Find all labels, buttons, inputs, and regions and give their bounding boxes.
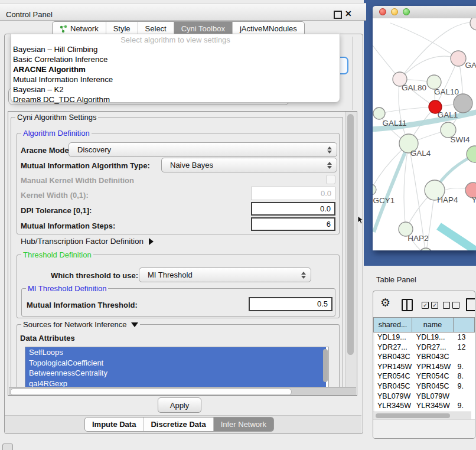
document-icon[interactable] (466, 298, 475, 311)
column-layout-icon[interactable] (402, 299, 413, 311)
scrollbar-thumb[interactable] (10, 389, 292, 395)
network-node[interactable] (470, 18, 476, 30)
algorithm-option[interactable]: Bayesian – K2 (11, 84, 340, 94)
node-label: SWI4 (450, 135, 470, 144)
apply-button[interactable]: Apply (158, 397, 201, 413)
table-cell: YBL079W (374, 392, 413, 402)
table-row[interactable]: YER054CYER054C8. (374, 372, 475, 382)
hub-definition-expander[interactable]: Hub/Transcription Factor Definition (21, 237, 154, 246)
vertical-scrollbar[interactable] (345, 112, 356, 387)
scrollbar-thumb[interactable] (323, 349, 328, 382)
which-threshold-label: Which threshold to use: (51, 271, 138, 280)
tab-label: jActiveMNodules (240, 24, 297, 33)
close-traffic-light-icon[interactable] (379, 8, 386, 15)
table-row[interactable]: YLR345WYLR345W9. (374, 402, 475, 412)
table-row[interactable]: YBR045CYBR045C9. (374, 382, 475, 392)
network-graph[interactable]: GALGAL80GAL10GAL1GAL11SWI4GAL4GCY1HAP4YH… (373, 18, 476, 250)
table-cell: YER054C (413, 372, 455, 382)
tab-impute-data[interactable]: Impute Data (85, 418, 144, 431)
column-header-name[interactable]: name (412, 317, 454, 332)
network-canvas[interactable]: GALGAL80GAL10GAL1GAL11SWI4GAL4GCY1HAP4YH… (373, 18, 476, 250)
network-node[interactable] (454, 94, 472, 113)
node-label: GAL4 (410, 149, 431, 158)
table-row[interactable]: YDR27...YDR27...12 (374, 343, 475, 353)
table-cell: 13 (455, 333, 475, 343)
unchecked-box-icon (452, 302, 459, 309)
close-icon[interactable]: ✕ (345, 9, 352, 18)
scrollbar-thumb[interactable] (347, 114, 354, 355)
network-node[interactable] (419, 248, 432, 250)
tab-infer-network[interactable]: Infer Network (214, 418, 273, 431)
mi-threshold-field[interactable]: 0.5 (249, 297, 332, 311)
table-cell: YLR345W (413, 402, 455, 412)
apply-button-label: Apply (170, 401, 190, 410)
network-node[interactable] (451, 51, 466, 66)
network-node[interactable] (373, 107, 385, 119)
table-horizontal-scrollbar[interactable] (373, 412, 471, 420)
chevron-down-icon[interactable] (131, 322, 138, 327)
table-row[interactable]: YDL19...YDL19...13 (374, 333, 475, 343)
column-header-shared-name[interactable]: shared... (373, 317, 412, 332)
algorithm-option[interactable]: Mutual Information Inference (11, 74, 340, 84)
algorithm-option[interactable]: Dream8 DC_TDC Algorithm (11, 94, 340, 105)
table-cell: YER054C (374, 372, 413, 382)
horizontal-scrollbar[interactable] (9, 387, 356, 395)
algorithm-option[interactable]: ARACNE Algorithm (11, 64, 340, 74)
algorithm-option[interactable]: Bayesian – Hill Climbing (11, 44, 340, 54)
tab-label: Cyni Toolbox (181, 24, 225, 33)
mi-algorithm-type-combo[interactable]: Naive Bayes (161, 158, 337, 172)
table-cell: YDL19... (413, 333, 455, 343)
network-window-titlebar[interactable] (373, 6, 476, 19)
data-attribute-item[interactable]: BetweennessCentrality (25, 368, 326, 379)
node-label: HAP4 (437, 195, 458, 204)
which-threshold-combo[interactable]: MI Threshold (139, 268, 311, 282)
data-attribute-item[interactable]: SelfLoops (25, 347, 326, 358)
deselect-all-checkboxes-icon[interactable] (443, 302, 459, 309)
manual-kernel-width-checkbox[interactable] (326, 175, 335, 184)
table-panel-title: Table Panel (376, 275, 416, 284)
data-attribute-item[interactable]: TopologicalCoefficient (25, 358, 326, 369)
table-row[interactable]: YPR145WYPR145W9. (374, 363, 475, 373)
network-node[interactable] (373, 184, 376, 195)
data-attributes-list[interactable]: SelfLoopsTopologicalCoefficientBetweenne… (25, 347, 329, 389)
algorithm-dropdown-popup[interactable]: Select algorithm to view settings Bayesi… (11, 34, 340, 103)
minimized-panel-button[interactable] (2, 444, 13, 450)
float-window-icon[interactable] (334, 11, 342, 19)
control-panel-titlebar[interactable]: Control Panel ✕ (0, 3, 366, 21)
aracne-mode-combo[interactable]: Discovery (69, 142, 337, 157)
zoom-traffic-light-icon[interactable] (403, 8, 410, 15)
table-row[interactable]: YBL079WYBL079W (374, 392, 475, 402)
minimize-traffic-light-icon[interactable] (391, 8, 398, 15)
mouse-cursor (357, 216, 364, 225)
gear-icon[interactable]: ⚙ (380, 296, 390, 309)
table-row[interactable]: YBR043CYBR043C (374, 353, 475, 363)
network-view-window[interactable]: GALGAL80GAL10GAL1GAL11SWI4GAL4GCY1HAP4YH… (373, 6, 476, 250)
combo-value: Discovery (77, 145, 111, 154)
tab-discretize-data[interactable]: Discretize Data (144, 418, 213, 431)
screenshot-stage: GALGAL80GAL10GAL1GAL11SWI4GAL4GCY1HAP4YH… (0, 0, 476, 450)
network-icon (60, 25, 67, 33)
mi-steps-field[interactable]: 6 (251, 217, 335, 231)
checked-box-icon: ✓ (422, 302, 429, 309)
scrollbar-thumb[interactable] (376, 413, 450, 418)
kernel-width-field[interactable]: 0.0 (251, 187, 335, 200)
kernel-width-label: Kernel Width (0,1): (21, 191, 89, 200)
table-cell: YBR045C (413, 382, 455, 392)
algorithm-option[interactable]: Basic Correlation Inference (11, 54, 340, 64)
algorithm-option-list: Bayesian – Hill ClimbingBasic Correlatio… (11, 44, 340, 105)
combo-value: MI Threshold (148, 270, 193, 279)
group-title: Threshold Definition (21, 250, 93, 259)
group-title: Algorithm Definition (21, 129, 92, 138)
table-cell: 9. (455, 363, 475, 373)
column-header-partial[interactable] (454, 317, 475, 332)
group-title: Sources for Network Inference (21, 320, 140, 329)
node-label: HAP2 (407, 234, 428, 243)
manual-kernel-width-label: Manual Kernel Width Definition (21, 176, 134, 185)
mi-algorithm-type-label: Mutual Information Algorithm Type: (21, 161, 150, 170)
group-title: Cyni Algorithm Settings (15, 113, 98, 122)
tab-label: Select (145, 24, 167, 33)
select-all-checkboxes-icon[interactable]: ✓ ✓ (422, 302, 438, 309)
node-label: Y (471, 195, 476, 204)
dpi-tolerance-field[interactable]: 0.0 (251, 202, 335, 216)
settings-scrollpane: Cyni Algorithm Settings Algorithm Defini… (8, 111, 357, 396)
